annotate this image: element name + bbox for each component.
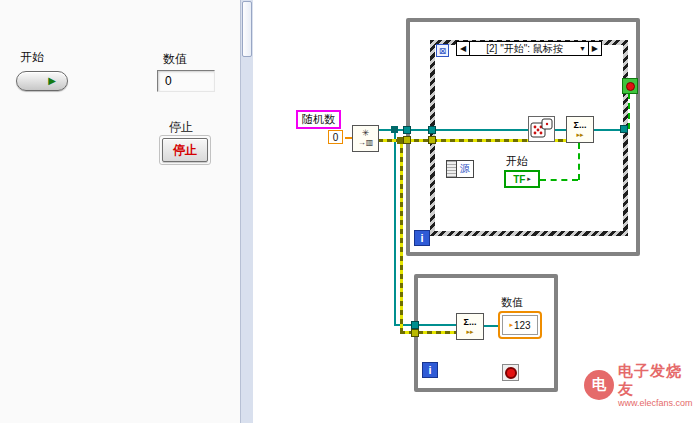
iteration-terminal-main[interactable]: i [414, 230, 430, 246]
wire-numeric-orange [345, 137, 352, 139]
convert-to-dynamic-data-icon[interactable]: ✳ →▥ [352, 125, 379, 152]
loop-stop-terminal[interactable] [622, 78, 638, 94]
tunnel-loop2-teal [411, 321, 419, 329]
stop-button-text: 停止 [173, 142, 197, 159]
collector-sigma-text: Σ... [464, 318, 477, 328]
event-data-node[interactable]: 源 [446, 160, 474, 178]
collector-node-main[interactable]: Σ... ▸▸ [566, 116, 594, 143]
collector-node-secondary[interactable]: Σ... ▸▸ [456, 313, 484, 340]
start-terminal-label: 开始 [506, 154, 528, 169]
random-number-dice-icon[interactable] [528, 116, 555, 142]
value-indicator-label: 数值 [163, 51, 187, 68]
labview-window: 开始 ▶ 数值 0 停止 停止 [0, 0, 693, 423]
tf-text: TF [513, 174, 525, 185]
event-case-title[interactable]: [2] "开始": 鼠标按 [470, 42, 579, 56]
play-icon: ▶ [48, 76, 56, 86]
tunnel-event-left-teal [428, 126, 436, 134]
event-source-item[interactable]: 源 [457, 161, 473, 177]
stop-button-frame: 停止 [159, 135, 211, 165]
numeric-constant-zero[interactable]: 0 [328, 130, 343, 144]
collector-arrows-icon: ▸▸ [466, 328, 473, 336]
value-indicator: 0 [157, 70, 215, 92]
value-123-text: 123 [514, 320, 531, 331]
stop-sign-icon [505, 367, 517, 379]
event-data-node-hatch [447, 161, 457, 177]
start-button[interactable]: ▶ [16, 71, 68, 91]
tunnel-event-right-teal [620, 125, 628, 133]
stop-button[interactable]: 停止 [162, 138, 208, 162]
event-case-selector[interactable]: ◀ [2] "开始": 鼠标按 ▼ ▶ [456, 41, 602, 56]
convert-icon-row2: →▥ [358, 139, 374, 148]
wire-junction-teal [391, 126, 398, 133]
value-terminal-face: ▸ 123 [502, 315, 538, 335]
timeout-glyph: ⊠ [439, 46, 447, 56]
random-number-label-text: 随机数 [302, 112, 335, 127]
tunnel-event-left-olive [428, 136, 436, 144]
terminal-arrow-icon: ▸ [509, 321, 513, 329]
start-control-label: 开始 [20, 49, 44, 66]
collector-arrows-icon: ▸▸ [576, 131, 583, 139]
value-terminal-label: 数值 [501, 295, 523, 310]
event-prev-arrow-icon[interactable]: ◀ [457, 44, 469, 53]
iteration-i-text: i [420, 232, 423, 244]
loop-condition-terminal[interactable] [502, 364, 519, 381]
event-next-arrow-icon[interactable]: ▶ [589, 44, 601, 53]
stop-dot-icon [626, 82, 635, 91]
event-dropdown-arrow-icon[interactable]: ▼ [579, 45, 588, 52]
watermark-url: www.elecfans.com [618, 398, 693, 408]
front-panel: 开始 ▶ 数值 0 停止 停止 [0, 0, 240, 423]
stop-control-label: 停止 [169, 119, 193, 136]
wire-signal-branch-down [394, 129, 396, 326]
tunnel-loop-left-olive [403, 136, 411, 144]
collector-sigma-text: Σ... [574, 121, 587, 131]
watermark: 电 电子发烧友 www.elecfans.com [584, 362, 693, 408]
vertical-scrollbar[interactable] [240, 0, 253, 423]
event-timeout-terminal-icon[interactable]: ⊠ [436, 44, 449, 57]
tunnel-loop-left-teal [403, 126, 411, 134]
tunnel-loop2-olive [411, 329, 419, 337]
terminal-arrow-icon: ▸ [527, 175, 531, 183]
elecfans-logo-icon: 电 [584, 370, 614, 400]
dice-glyph [530, 118, 553, 140]
watermark-text: 电子发烧友 www.elecfans.com [618, 362, 693, 408]
logo-glyph: 电 [592, 376, 606, 394]
numeric-constant-text: 0 [333, 132, 339, 143]
watermark-brand: 电子发烧友 [618, 362, 693, 398]
iteration-i-text: i [428, 364, 431, 376]
value-indicator-text: 0 [165, 74, 172, 88]
wire-error-branch-down [400, 139, 403, 333]
scrollbar-thumb[interactable] [242, 1, 252, 57]
iteration-terminal-secondary[interactable]: i [422, 362, 438, 378]
random-number-label[interactable]: 随机数 [296, 110, 341, 129]
start-boolean-terminal[interactable]: TF ▸ [504, 170, 540, 188]
value-numeric-terminal[interactable]: ▸ 123 [498, 311, 542, 339]
